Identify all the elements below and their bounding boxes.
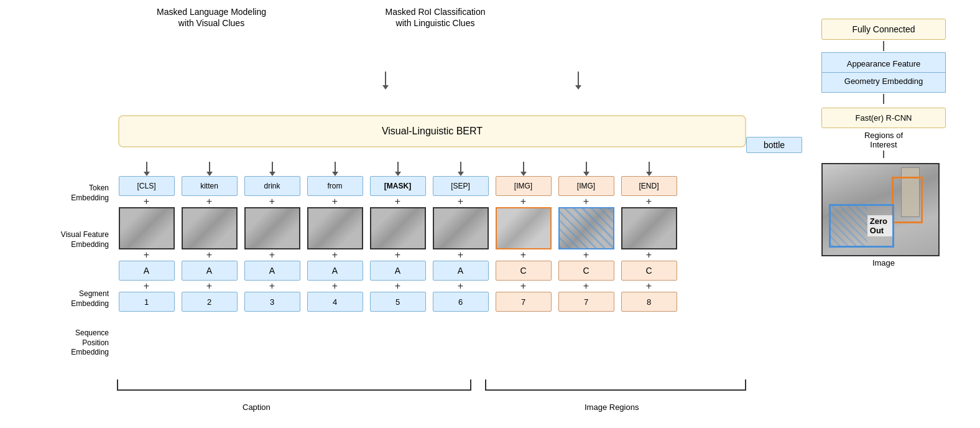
- arrow-line-down-8: [649, 162, 650, 172]
- token-box-1: kitten: [182, 176, 238, 196]
- arrowhead-down-7: [583, 172, 589, 176]
- seq-box-3: 4: [307, 292, 363, 312]
- col-7: [IMG]+ +C+7: [557, 162, 616, 312]
- plus2-4: +: [395, 250, 400, 260]
- vlbert-label: Visual-Linguistic BERT: [382, 126, 483, 137]
- arrow-to-vlbert-bottle: [385, 72, 386, 85]
- plus3-0: +: [144, 281, 149, 291]
- plus2-1: +: [206, 250, 212, 260]
- arrowhead-bottle: [382, 85, 389, 90]
- img-thumb-0: [119, 207, 175, 249]
- img-thumb-7: [558, 207, 614, 249]
- seq-box-0: 1: [119, 292, 175, 312]
- seg-box-5: A: [433, 261, 489, 281]
- image-box: Zero Out: [821, 163, 940, 256]
- plus2-5: +: [458, 250, 463, 260]
- img-thumb-4: [370, 207, 426, 249]
- arrow-line-down-7: [586, 162, 587, 172]
- seg-box-0: A: [119, 261, 175, 281]
- row-label-visual: Visual Feature Embedding: [6, 230, 109, 249]
- token-box-7: [IMG]: [558, 176, 614, 196]
- rp-arrow-2: [883, 94, 884, 104]
- caption-bracket: [117, 379, 471, 391]
- caption-label: Caption: [243, 402, 270, 412]
- plus1-4: +: [395, 197, 400, 207]
- seq-box-8: 8: [621, 292, 677, 312]
- plus2-8: +: [646, 250, 652, 260]
- seq-box-7: 7: [558, 292, 614, 312]
- arrow-to-vlbert-cat: [578, 72, 579, 85]
- arrow-line-down-1: [209, 162, 210, 172]
- arrow-line-down-6: [523, 162, 524, 172]
- row-label-segment: Segment Embedding: [6, 289, 109, 309]
- arrowhead-down-3: [332, 172, 338, 176]
- plus2-6: +: [520, 250, 526, 260]
- arrowhead-cat: [575, 85, 581, 90]
- plus3-4: +: [395, 281, 400, 291]
- plus1-5: +: [458, 197, 463, 207]
- img-thumb-2: [244, 207, 300, 249]
- seg-box-7: C: [558, 261, 614, 281]
- arrow-line-down-5: [460, 162, 461, 172]
- rp-fully-connected: Fully Connected: [821, 19, 946, 40]
- image-box-container: Zero Out Image: [821, 163, 946, 263]
- seq-box-1: 2: [182, 292, 238, 312]
- plus1-1: +: [206, 197, 212, 207]
- plus1-2: +: [269, 197, 275, 207]
- label-mroi: Masked RoI Classification with Linguisti…: [373, 6, 497, 29]
- plus1-0: +: [144, 197, 149, 207]
- zero-out-label: Zero Out: [867, 215, 892, 236]
- seg-box-2: A: [244, 261, 300, 281]
- plus1-6: +: [520, 197, 526, 207]
- img-thumb-6: [496, 207, 552, 249]
- rp-geometry: Geometry Embedding: [822, 73, 945, 90]
- plus1-3: +: [332, 197, 338, 207]
- zero-out-hatch: [831, 206, 867, 246]
- img-thumb-1: [182, 207, 238, 249]
- plus3-1: +: [206, 281, 212, 291]
- plus3-6: +: [520, 281, 526, 291]
- right-panel: Fully Connected Appearance Feature Geome…: [793, 19, 974, 263]
- plus1-8: +: [646, 197, 652, 207]
- seq-box-2: 3: [244, 292, 300, 312]
- img-thumb-5: [433, 207, 489, 249]
- seq-box-4: 5: [370, 292, 426, 312]
- rp-feature-stack: Appearance Feature Geometry Embedding: [821, 52, 946, 93]
- arrow-line-down-4: [397, 162, 399, 172]
- token-box-5: [SEP]: [433, 176, 489, 196]
- plus3-8: +: [646, 281, 652, 291]
- token-box-4: [MASK]: [370, 176, 426, 196]
- rp-appearance: Appearance Feature: [822, 55, 945, 73]
- diagram-area: Masked Language Modeling with Visual Clu…: [6, 6, 771, 417]
- vlbert-box: Visual-Linguistic BERT: [118, 115, 746, 147]
- col-0: [CLS]++A+1: [117, 162, 176, 312]
- rp-faster-rcnn: Fast(er) R-CNN: [821, 108, 946, 128]
- plus2-2: +: [269, 250, 275, 260]
- image-regions-bracket: [485, 379, 746, 391]
- rp-arrow-1: [883, 41, 884, 51]
- image-regions-label: Image Regions: [585, 402, 639, 412]
- plus2-0: +: [144, 250, 149, 260]
- col-5: [SEP]++A+6: [431, 162, 490, 312]
- seq-box-5: 6: [433, 292, 489, 312]
- image-label: Image: [821, 258, 946, 268]
- col-8: [END]++C+8: [619, 162, 678, 312]
- seg-box-4: A: [370, 261, 426, 281]
- col-1: kitten++A+2: [180, 162, 239, 312]
- col-4: [MASK]++A+5: [368, 162, 427, 312]
- zero-out-box: Zero Out: [829, 204, 894, 248]
- plus1-7: +: [583, 197, 589, 207]
- arrowhead-down-0: [144, 172, 150, 176]
- arrowhead-down-8: [646, 172, 652, 176]
- img-thumb-3: [307, 207, 363, 249]
- seg-box-6: C: [496, 261, 552, 281]
- rp-arrow-3: [883, 151, 884, 158]
- plus3-7: +: [583, 281, 589, 291]
- arrow-line-down-3: [335, 162, 336, 172]
- col-6: [IMG]++C+7: [494, 162, 553, 312]
- token-box-6: [IMG]: [496, 176, 552, 196]
- arrowhead-down-5: [458, 172, 464, 176]
- plus3-3: +: [332, 281, 338, 291]
- plus2-7: +: [583, 250, 589, 260]
- seg-box-1: A: [182, 261, 238, 281]
